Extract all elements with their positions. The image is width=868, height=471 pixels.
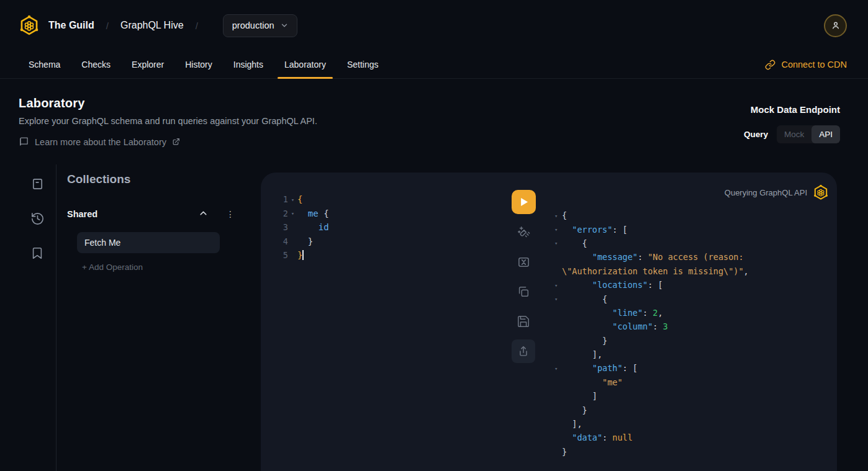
code-text: ] xyxy=(562,391,597,401)
copy-query-button[interactable] xyxy=(512,280,535,303)
tab-laboratory[interactable]: Laboratory xyxy=(277,51,333,78)
fold-arrow-icon xyxy=(554,257,562,258)
tab-settings[interactable]: Settings xyxy=(340,51,386,78)
fold-arrow-icon[interactable]: ▾ xyxy=(554,282,562,289)
breadcrumb-org[interactable]: The Guild xyxy=(48,20,94,31)
response-lines: ▾{▾ "errors": [▾ { "message": "No access… xyxy=(554,209,749,459)
rail-divider xyxy=(56,164,57,471)
fold-arrow-icon[interactable]: ▾ xyxy=(288,196,297,203)
code-text: me { xyxy=(297,209,329,218)
response-line: \"Authorization token is missing\")", xyxy=(554,264,749,278)
response-line: ▾ "path": [ xyxy=(554,361,749,375)
response-line: ▾ { xyxy=(554,236,749,250)
code-text: } xyxy=(297,250,304,260)
bookmark-icon xyxy=(30,246,44,260)
collections-panel: Collections Shared ⋮ Fetch Me + Add Oper… xyxy=(67,173,237,272)
response-line: } xyxy=(554,445,749,459)
query-line: 4 } xyxy=(278,235,329,249)
fold-arrow-icon[interactable]: ▾ xyxy=(554,240,562,246)
code-text: { xyxy=(562,294,607,304)
response-line: "line": 2, xyxy=(554,306,749,320)
breadcrumb-separator: / xyxy=(196,20,198,31)
code-text: \"Authorization token is missing\")", xyxy=(562,266,749,276)
learn-more-link[interactable]: Learn more about the Laboratory xyxy=(19,137,180,147)
code-text: } xyxy=(562,336,607,346)
toggle-option-mock[interactable]: Mock xyxy=(777,125,811,143)
fold-arrow-icon[interactable]: ▾ xyxy=(554,212,562,219)
response-line: ▾{ xyxy=(554,209,749,222)
group-kebab-menu-button[interactable]: ⋮ xyxy=(225,207,236,221)
fold-arrow-icon[interactable]: ▾ xyxy=(288,210,297,217)
bookmark-rail-button[interactable] xyxy=(30,246,45,261)
endpoint-toggle: MockAPI xyxy=(777,125,840,143)
editor-toolbar xyxy=(511,190,536,363)
link-icon xyxy=(765,60,775,70)
fold-arrow-icon[interactable]: ▾ xyxy=(554,226,562,233)
prettify-button[interactable] xyxy=(512,220,535,244)
toggle-option-api[interactable]: API xyxy=(811,125,840,143)
fold-arrow-icon xyxy=(554,396,562,397)
play-icon xyxy=(517,195,530,209)
line-number: 3 xyxy=(278,222,288,232)
hive-logo-icon[interactable] xyxy=(19,15,40,36)
breadcrumb-separator: / xyxy=(106,20,109,31)
fold-arrow-icon xyxy=(554,271,562,271)
user-avatar[interactable] xyxy=(824,14,847,37)
code-text: "data": null xyxy=(562,433,633,442)
merge-fragments-button[interactable] xyxy=(512,250,535,274)
page-head: Laboratory Explore your GraphQL schema a… xyxy=(19,79,840,164)
fold-arrow-icon[interactable]: ▾ xyxy=(554,365,562,372)
tab-bar: SchemaChecksExplorerHistoryInsightsLabor… xyxy=(0,51,868,79)
tab-explorer[interactable]: Explorer xyxy=(124,51,171,78)
collections-rail-button[interactable] xyxy=(30,177,45,192)
endpoint-toggle-row: Query MockAPI xyxy=(744,125,840,143)
collection-items: Fetch Me xyxy=(67,232,237,253)
collection-item[interactable]: Fetch Me xyxy=(77,232,220,253)
tab-checks[interactable]: Checks xyxy=(74,51,118,78)
add-operation-button[interactable]: + Add Operation xyxy=(82,262,143,272)
page-title: Laboratory xyxy=(19,96,840,110)
save-operation-button[interactable] xyxy=(512,310,535,333)
line-number: 5 xyxy=(278,250,288,260)
collections-title: Collections xyxy=(67,173,237,186)
collection-group-row[interactable]: Shared ⋮ xyxy=(67,207,237,221)
code-text: } xyxy=(562,405,587,415)
target-selector-dropdown[interactable]: production xyxy=(223,14,297,37)
code-text: "locations": [ xyxy=(562,280,663,290)
copy-icon xyxy=(517,285,530,298)
collection-group-label: Shared xyxy=(67,209,97,219)
line-number: 4 xyxy=(278,236,288,246)
fold-arrow-icon xyxy=(288,227,297,228)
history-rail-button[interactable] xyxy=(30,212,45,227)
code-text: { xyxy=(562,210,567,220)
response-status-label: Querying GraphQL API xyxy=(725,188,807,197)
connect-cdn-link[interactable]: Connect to CDN xyxy=(765,51,847,78)
tab-history[interactable]: History xyxy=(178,51,220,78)
learn-more-label: Learn more about the Laboratory xyxy=(35,137,166,147)
query-line: 1▾{ xyxy=(278,192,329,207)
query-line: 5} xyxy=(278,248,329,262)
query-editor-lines[interactable]: 1▾{2▾ me {3 id4 }5} xyxy=(278,192,329,262)
share-icon xyxy=(517,344,530,358)
line-number: 2 xyxy=(278,209,288,218)
merge-icon xyxy=(517,255,531,269)
response-line: "message": "No access (reason: xyxy=(554,250,749,264)
tab-insights[interactable]: Insights xyxy=(226,51,271,78)
response-line: ], xyxy=(554,417,749,431)
query-line: 2▾ me { xyxy=(278,207,329,221)
collapse-group-button[interactable] xyxy=(196,207,210,221)
header: The Guild / GraphQL Hive / production xyxy=(0,0,868,51)
fold-arrow-icon[interactable]: ▾ xyxy=(554,295,562,302)
external-link-icon xyxy=(172,138,180,146)
execute-query-button[interactable] xyxy=(512,190,536,214)
code-text: "me" xyxy=(562,377,623,387)
text-cursor xyxy=(302,250,304,260)
fold-arrow-icon xyxy=(554,382,562,382)
prettify-icon xyxy=(517,225,531,240)
connect-cdn-label: Connect to CDN xyxy=(781,60,847,70)
tab-schema[interactable]: Schema xyxy=(21,51,68,78)
response-line: "data": null xyxy=(554,431,749,444)
app-root: The Guild / GraphQL Hive / production Sc… xyxy=(0,0,868,471)
breadcrumb-project[interactable]: GraphQL Hive xyxy=(120,20,184,31)
share-operation-button[interactable] xyxy=(512,339,535,363)
